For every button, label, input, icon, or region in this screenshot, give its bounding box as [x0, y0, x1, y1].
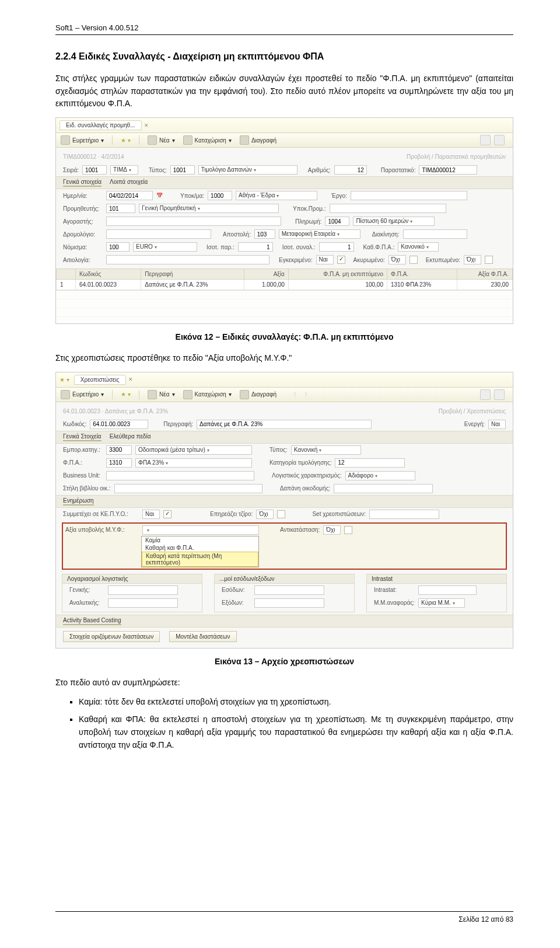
delete-label-2: Διαγραφή — [251, 391, 276, 398]
branch-text[interactable]: Αθήνα - Έδρα — [236, 191, 317, 200]
save-icon-2 — [183, 390, 192, 399]
invcat-field[interactable] — [335, 458, 405, 468]
series-code[interactable] — [82, 165, 107, 175]
save-button[interactable]: Καταχώριση ▾ — [183, 135, 232, 145]
vat2-code[interactable] — [106, 458, 132, 468]
series-text[interactable]: ΤΙΜΔ — [110, 165, 138, 175]
myf-option-percase[interactable]: Καθαρή κατά περίπτωση (Μη εκπιπτόμενο) — [142, 552, 258, 567]
tab-other[interactable]: Λοιπά στοιχεία — [110, 179, 148, 187]
number-field[interactable] — [334, 165, 367, 175]
docno-field[interactable] — [419, 165, 477, 175]
ship-text[interactable]: Μεταφορική Εταιρεία — [279, 229, 360, 239]
label-gen: Γενικής: — [69, 587, 104, 593]
label-printed: Εκτυπωμένο: — [426, 257, 460, 263]
replace-val: Όχι — [323, 525, 341, 535]
logchar-field[interactable]: Αδιάφορο — [345, 471, 415, 480]
payment-text[interactable]: Πίστωση 60 ημερών — [353, 217, 435, 226]
window-tab[interactable]: Ειδ. συναλλαγές προμηθ... — [60, 120, 142, 130]
branch-code[interactable] — [208, 191, 232, 200]
save-icon — [183, 135, 192, 145]
exod-field[interactable] — [254, 598, 324, 608]
type2-field[interactable]: Κανονική — [291, 445, 361, 455]
type-text[interactable]: Τιμολόγιο Δαπανών — [198, 165, 298, 175]
myf-option-netvat[interactable]: Καθαρή και Φ.Π.Α. — [142, 544, 258, 552]
nav-next-icon[interactable]: 〉 — [304, 391, 310, 399]
dimension-elements-button[interactable]: Στοιχεία οριζόμενων διαστάσεων — [63, 631, 160, 642]
kepyo-check[interactable] — [163, 510, 172, 518]
save-label: Καταχώριση — [195, 137, 226, 144]
replace-check[interactable] — [344, 526, 352, 534]
kepyo-val: Ναι — [142, 510, 160, 519]
vat2-text[interactable]: ΦΠΑ 23% — [135, 458, 252, 468]
save-button-2[interactable]: Καταχώριση ▾ — [183, 390, 232, 399]
label-invcat: Κατηγορία τιμολόγησης: — [270, 459, 331, 466]
index-button[interactable]: Ευρετήριο ▾ — [61, 135, 104, 145]
project-field[interactable] — [351, 191, 467, 200]
bu-field[interactable] — [106, 471, 254, 480]
esod-field[interactable] — [254, 585, 324, 595]
ship-code[interactable] — [254, 229, 275, 239]
print-icon-2[interactable] — [494, 389, 505, 400]
date-field[interactable] — [106, 191, 153, 200]
dimension-models-button[interactable]: Μοντέλα διαστάσεων — [169, 631, 236, 642]
myf-dropdown[interactable] — [142, 525, 259, 535]
gen-field[interactable] — [108, 585, 178, 595]
label-kepyo: Συμμετέχει σε ΚΕ.Π.Υ.Ο.: — [63, 511, 139, 517]
vatstat-field[interactable]: Κανονικό — [398, 242, 439, 252]
label-exod: Εξόδων: — [222, 600, 251, 606]
window-tabbar-2: ★ ▾ Χρεοπιστώσεις ✕ — [56, 372, 513, 388]
route-field[interactable] — [106, 229, 211, 239]
type-code[interactable] — [170, 165, 195, 175]
nav-prev-icon[interactable]: 〈 — [290, 391, 296, 399]
ratep-field[interactable] — [238, 242, 273, 252]
tab-general-2[interactable]: Γενικά Στοιχεία — [63, 433, 102, 441]
myf-option-none[interactable]: Καμία — [142, 536, 258, 544]
myf-dropdown-list[interactable]: Καμία Καθαρή και Φ.Π.Α. Καθαρή κατά περί… — [141, 536, 259, 567]
tools-icon-2[interactable] — [480, 389, 491, 400]
tab-general[interactable]: Γενικά στοιχεία — [63, 179, 102, 187]
approved-check[interactable] — [337, 256, 345, 264]
table-row[interactable]: 1 64.01.00.0023 Δαπάνες με Φ.Π.Α. 23% 1.… — [57, 280, 513, 290]
printed-check[interactable] — [485, 256, 493, 264]
label-vatstat: Καθ.Φ.Π.Α.: — [363, 244, 395, 250]
label-replace: Αντικατάσταση: — [280, 527, 320, 533]
index-label-2: Ευρετήριο — [72, 391, 99, 398]
currency-code[interactable] — [106, 242, 130, 252]
index-button-2[interactable]: Ευρετήριο ▾ — [61, 390, 104, 399]
reason-field[interactable] — [106, 255, 270, 264]
label-canceled: Ακυρωμένο: — [354, 257, 385, 263]
code-field[interactable] — [90, 420, 148, 429]
empcat-code[interactable] — [106, 445, 132, 455]
rates-field[interactable] — [319, 242, 354, 252]
desc-field[interactable] — [197, 420, 372, 429]
subsupplier-field[interactable] — [330, 204, 446, 213]
label-myf: Αξία υποβολής Μ.Υ.Φ.: — [65, 527, 139, 533]
setchr-field[interactable] — [369, 510, 439, 519]
intrastat-field[interactable] — [418, 585, 477, 595]
label-tziro: Επηρεάζει τζίρο: — [210, 511, 253, 517]
mm-field[interactable]: Κύρια Μ.Μ. — [418, 598, 465, 608]
buyer-field[interactable] — [106, 217, 281, 226]
tools-icon[interactable] — [480, 135, 491, 145]
delete-button[interactable]: Διαγραφή — [240, 135, 276, 145]
currency-text[interactable]: EURO — [133, 242, 197, 252]
supplier-text[interactable]: Γενική Προμηθευτική — [139, 204, 279, 213]
label-esod: Εσόδων: — [222, 587, 251, 593]
move-field[interactable] — [403, 229, 467, 239]
crumb-left: 64.01.00.0023 · Δαπάνες με Φ.Π.Α. 23% — [63, 408, 168, 414]
delete-button-2[interactable]: Διαγραφή — [240, 390, 276, 399]
tab-close-icon[interactable]: ✕ — [144, 123, 149, 128]
tziro-check[interactable] — [277, 510, 285, 518]
new-button[interactable]: Νέα ▾ — [148, 135, 174, 145]
empcat-text[interactable]: Οδοιπορικά (μέσα τρίτων) — [135, 445, 252, 455]
supplier-code[interactable] — [106, 204, 135, 213]
canceled-check[interactable] — [410, 256, 418, 264]
print-icon[interactable] — [494, 135, 505, 145]
th-desc: Περιγραφή — [141, 269, 244, 280]
tab-close-icon-2[interactable]: ✕ — [128, 377, 133, 382]
new-button-2[interactable]: Νέα ▾ — [148, 390, 174, 399]
tab-freefields[interactable]: Ελεύθερα πεδία — [110, 433, 151, 441]
anal-field[interactable] — [108, 598, 178, 608]
window-tab-2[interactable]: Χρεοπιστώσεις — [74, 375, 126, 385]
payment-code[interactable] — [325, 217, 349, 226]
